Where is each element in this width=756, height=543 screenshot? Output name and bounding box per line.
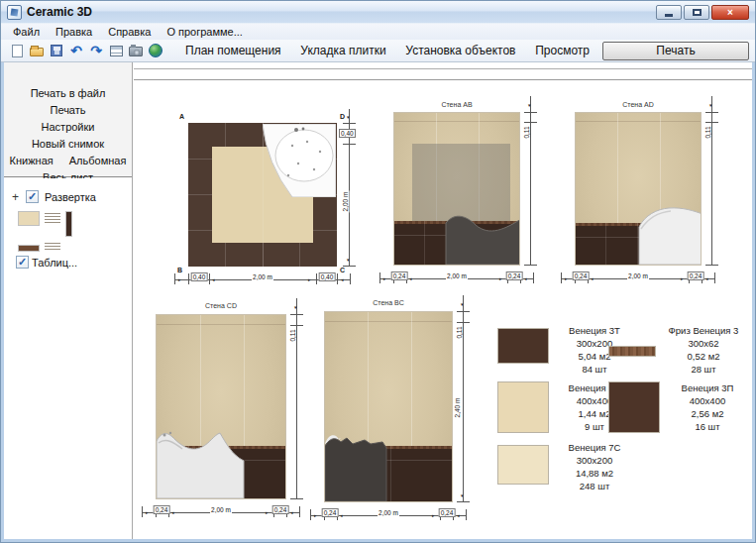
redo-icon[interactable]: ↷ xyxy=(86,42,106,59)
toolbar: ↶ ↷ План помещения Укладка плитки Устано… xyxy=(1,40,755,62)
legend-item: Венеция 7С 300x200 14,88 м2 248 шт xyxy=(497,441,640,492)
tile-size: 300x62 xyxy=(656,337,751,350)
bathtub-cd xyxy=(157,423,286,498)
menu-file[interactable]: Файл xyxy=(5,25,48,39)
tree-root-label: Развертка xyxy=(45,191,96,203)
wall-ad-title: Стена AD xyxy=(575,101,702,108)
wall-bc-dim-right: ▾▾ 0,11 2,40 m xyxy=(455,295,471,502)
dim-label: 0,11 xyxy=(289,328,296,342)
globe-glyph xyxy=(149,44,162,57)
link-new-snapshot[interactable]: Новый снимок xyxy=(4,136,132,153)
table-glyph xyxy=(110,46,123,56)
dim-label: 0,24 xyxy=(506,272,523,280)
save-glyph xyxy=(51,45,62,56)
wall-ab-title: Стена AB xyxy=(393,101,520,108)
plan-corner-a: A xyxy=(179,113,184,120)
legend-swatch xyxy=(497,381,549,433)
save-icon[interactable] xyxy=(47,42,66,59)
minimize-icon xyxy=(665,14,673,17)
table-checkbox-label: Таблиц... xyxy=(32,257,77,269)
plan-dim-0: 0,40 xyxy=(191,272,208,281)
menu-about[interactable]: О программе... xyxy=(159,25,250,39)
nav-tabs: План помещения Укладка плитки Установка … xyxy=(179,42,595,59)
tab-view[interactable]: Просмотр xyxy=(529,42,595,59)
legend-swatch xyxy=(497,328,549,364)
tab-tile-laying[interactable]: Укладка плитки xyxy=(294,42,391,59)
tile-size: 300x200 xyxy=(549,454,640,467)
tile-area: 2,56 м2 xyxy=(660,407,752,420)
legend-text: Венеция 3П 400x400 2,56 м2 16 шт xyxy=(660,381,752,433)
tile-name: Венеция 3П xyxy=(660,381,752,394)
legend-text: Фриз Венеция 3 300x62 0,52 м2 28 шт xyxy=(656,324,751,376)
legend-swatch xyxy=(497,445,549,485)
wall-cd-title: Стена CD xyxy=(156,302,286,309)
undo-glyph: ↶ xyxy=(70,44,82,57)
legend-swatch xyxy=(608,346,656,357)
tree-root-row: + ✓ Развертка xyxy=(12,190,96,203)
wall-cd-dim-right: ▾ 0,11 xyxy=(288,298,304,499)
dim-label: 0,24 xyxy=(573,272,590,280)
unfold-checkbox[interactable]: ✓ xyxy=(26,190,39,203)
link-portrait[interactable]: Книжная xyxy=(10,153,54,169)
maximize-button[interactable] xyxy=(684,5,709,20)
tab-room-plan[interactable]: План помещения xyxy=(179,42,287,59)
title-bar: Ceramic 3D × xyxy=(1,1,755,23)
dim-label: 0,24 xyxy=(439,508,456,517)
dim-label: 0,24 xyxy=(154,505,170,514)
tile-area: 0,52 м2 xyxy=(656,350,751,363)
table-checkbox[interactable]: ✓ xyxy=(16,256,29,269)
thumb-dark-bar xyxy=(65,211,72,237)
table-icon[interactable] xyxy=(106,42,126,59)
undo-icon[interactable]: ↶ xyxy=(66,42,86,59)
tile-count: 248 шт xyxy=(549,480,640,492)
link-print[interactable]: Печать xyxy=(4,102,132,119)
thumb-caption-lines xyxy=(45,241,60,250)
wall-ab-dim-bottom: ▸◂ ▸◂ 0,24 2,00 m 0,24 xyxy=(379,270,534,283)
legend-item: Венеция 3П 400x400 2,56 м2 16 шт xyxy=(608,381,752,433)
camera-icon[interactable] xyxy=(126,42,146,59)
globe-icon[interactable] xyxy=(146,42,165,59)
sheet-top-line-2 xyxy=(134,79,752,80)
dim-label: 2,00 m xyxy=(378,509,399,516)
tree-expander[interactable]: + xyxy=(12,192,20,202)
menu-bar: Файл Правка Справка О программе... xyxy=(1,23,755,40)
dim-label: 2,40 m xyxy=(454,397,461,419)
orientation-row: Книжная Альбомная xyxy=(4,153,132,169)
minimize-button[interactable] xyxy=(656,5,682,20)
maximize-icon xyxy=(693,9,702,16)
wall-bc-image xyxy=(324,311,453,502)
wall-ad-dim-bottom: ▸◂ ▸◂ 0,24 2,00 m 0,24 xyxy=(561,270,715,283)
dim-label: 0,24 xyxy=(391,272,408,280)
print-preview-canvas: A D B C ▸◂ ▸◂ 0,40 2,00 m 0,40 xyxy=(134,62,752,539)
tab-object-placement[interactable]: Установка объектов xyxy=(399,42,521,59)
tile-thumbnail-row-2[interactable] xyxy=(18,241,60,252)
menu-help[interactable]: Справка xyxy=(100,25,159,39)
link-print-to-file[interactable]: Печать в файл xyxy=(4,85,132,102)
new-document-icon[interactable] xyxy=(7,42,27,59)
content-area: Печать в файл Печать Настройки Новый сни… xyxy=(4,62,752,539)
camera-glyph xyxy=(129,47,143,56)
wall-ad-image xyxy=(575,112,702,266)
window-controls: × xyxy=(656,5,749,20)
tile-area: 14,88 м2 xyxy=(549,467,640,480)
legend-item: Фриз Венеция 3 300x62 0,52 м2 28 шт xyxy=(608,324,751,376)
app-icon xyxy=(7,5,22,20)
link-landscape[interactable]: Альбомная xyxy=(69,153,127,169)
tile-thumbnail-row-1[interactable] xyxy=(18,211,72,237)
wall-ab-image xyxy=(393,112,520,266)
sheet-top-line-1 xyxy=(134,68,752,69)
close-button[interactable]: × xyxy=(711,5,749,20)
new-document-glyph xyxy=(12,45,23,57)
print-button[interactable]: Печать xyxy=(602,42,749,60)
print-commands-panel: Печать в файл Печать Настройки Новый сни… xyxy=(4,62,132,177)
dim-label: 0,11 xyxy=(456,325,463,339)
menu-edit[interactable]: Правка xyxy=(48,25,100,39)
corner-bathtub-plan xyxy=(263,124,336,197)
legend-swatch xyxy=(608,381,660,433)
tree-panel: + ✓ Развертка ✓ Таблиц... xyxy=(4,178,132,539)
link-settings[interactable]: Настройки xyxy=(4,119,132,136)
open-folder-glyph xyxy=(30,48,44,56)
dim-label: 0,11 xyxy=(704,125,711,139)
open-folder-icon[interactable] xyxy=(27,42,47,59)
wall-bc-title: Стена BC xyxy=(324,299,453,306)
